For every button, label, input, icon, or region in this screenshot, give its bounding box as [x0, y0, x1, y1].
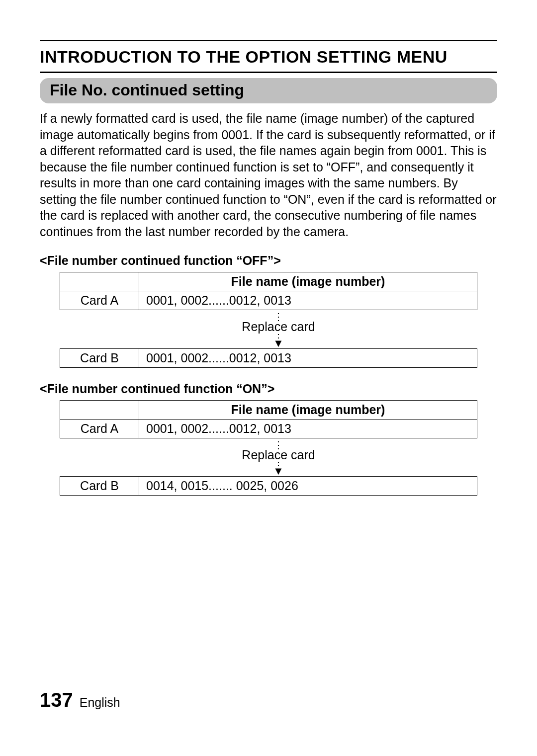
card-a-label: Card A [60, 291, 139, 310]
card-a-values: 0001, 0002......0012, 0013 [139, 419, 477, 438]
example-off-table-b: Card B 0001, 0002......0012, 0013 [60, 348, 477, 368]
example-off-block: File name (image number) Card A 0001, 00… [60, 272, 497, 368]
example-on-table-a: File name (image number) Card A 0001, 00… [60, 400, 477, 438]
page-number: 137 [40, 689, 73, 711]
table-row: File name (image number) [60, 272, 477, 291]
page-language: English [80, 695, 120, 709]
card-b-label: Card B [60, 477, 139, 496]
table-row: Card A 0001, 0002......0012, 0013 [60, 291, 477, 310]
card-a-values: 0001, 0002......0012, 0013 [139, 291, 477, 310]
card-b-values: 0001, 0002......0012, 0013 [139, 348, 477, 367]
example-on-table-b: Card B 0014, 0015....... 0025, 0026 [60, 476, 477, 496]
page-footer: 137 English [40, 689, 120, 711]
body-paragraph: If a newly formatted card is used, the f… [40, 110, 497, 240]
example-on-heading: <File number continued function “ON”> [40, 382, 497, 396]
card-b-values: 0014, 0015....... 0025, 0026 [139, 477, 477, 496]
example-off-table-a: File name (image number) Card A 0001, 00… [60, 272, 477, 310]
section-heading: File No. continued setting [40, 78, 497, 103]
table-row: Card A 0001, 0002......0012, 0013 [60, 419, 477, 438]
card-b-label: Card B [60, 348, 139, 367]
card-a-label: Card A [60, 419, 139, 438]
example-on-block: File name (image number) Card A 0001, 00… [60, 400, 497, 496]
vertical-dots-icon: ⋮ [60, 314, 497, 319]
table-row: File name (image number) [60, 400, 477, 419]
table-row: Card B 0001, 0002......0012, 0013 [60, 348, 477, 367]
bottom-rule [40, 72, 497, 73]
table-row: Card B 0014, 0015....... 0025, 0026 [60, 477, 477, 496]
down-arrow-icon: ▼ [60, 468, 497, 474]
replace-card-indicator: ⋮ Replace card ⋮ ▼ [60, 314, 497, 346]
blank-header-cell [60, 272, 139, 291]
manual-page: INTRODUCTION TO THE OPTION SETTING MENU … [0, 0, 537, 756]
replace-card-indicator: ⋮ Replace card ⋮ ▼ [60, 442, 497, 475]
column-header: File name (image number) [139, 400, 477, 419]
column-header: File name (image number) [139, 272, 477, 291]
vertical-dots-icon: ⋮ [60, 442, 497, 447]
chapter-title: INTRODUCTION TO THE OPTION SETTING MENU [40, 41, 497, 72]
blank-header-cell [60, 400, 139, 419]
replace-card-label: Replace card [242, 320, 315, 334]
down-arrow-icon: ▼ [60, 340, 497, 346]
example-off-heading: <File number continued function “OFF”> [40, 253, 497, 268]
